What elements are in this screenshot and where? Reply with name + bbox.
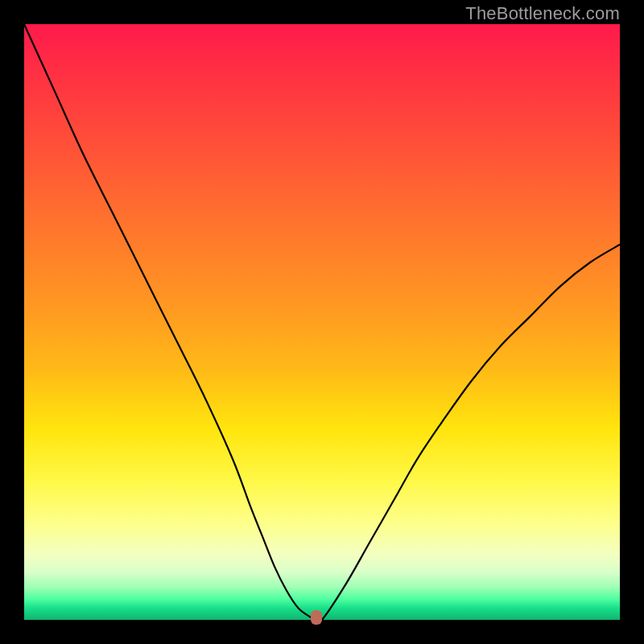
curve-layer [24,24,620,620]
chart-frame: TheBottleneck.com [0,0,644,644]
optimal-marker [311,610,322,625]
bottleneck-curve [24,24,620,620]
plot-area [24,24,620,620]
watermark-text: TheBottleneck.com [465,3,620,24]
